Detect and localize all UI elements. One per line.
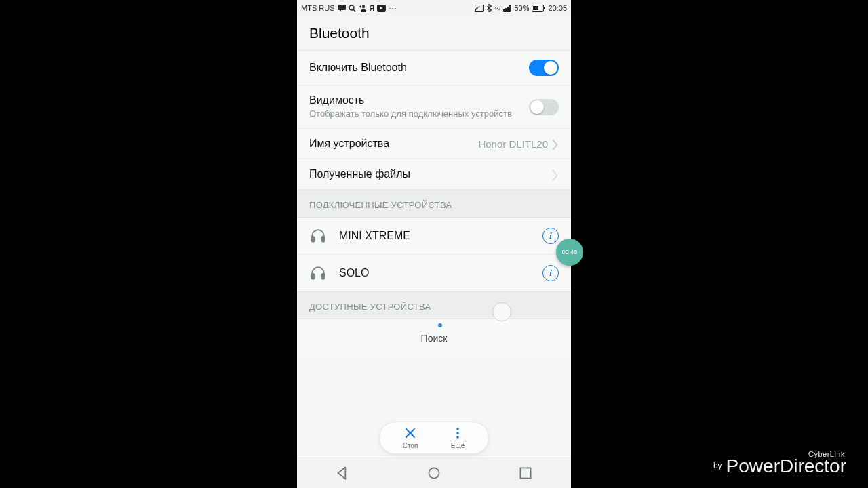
- bluetooth-icon: [486, 4, 492, 12]
- device-name: MINI XTREME: [339, 230, 542, 242]
- device-row-solo[interactable]: SOLO i: [297, 255, 571, 291]
- more-vert-icon: [451, 426, 465, 440]
- svg-rect-0: [338, 5, 346, 10]
- section-available: ДОСТУПНЫЕ УСТРОЙСТВА: [297, 291, 571, 319]
- chevron-right-icon: [552, 169, 559, 179]
- svg-point-19: [429, 468, 439, 478]
- watermark: CyberLink byPowerDirector: [713, 451, 846, 476]
- cast-icon: [475, 5, 484, 12]
- spinner-icon: [438, 323, 442, 327]
- svg-rect-14: [311, 274, 314, 279]
- searching-label: Поиск: [297, 319, 571, 357]
- page-title: Bluetooth: [297, 16, 571, 51]
- signal-icon: [503, 5, 511, 12]
- svg-point-16: [456, 428, 459, 430]
- watermark-by: by: [713, 461, 722, 470]
- carrier-label: MTS RUS: [301, 4, 335, 12]
- svg-point-18: [456, 436, 459, 439]
- status-bar: MTS RUS Я ··· 4G 50% 20:05: [297, 0, 571, 16]
- svg-rect-7: [507, 7, 509, 12]
- row-visibility[interactable]: Видимость Отображать только для подключе…: [297, 85, 571, 129]
- youtube-icon: [377, 5, 386, 12]
- visibility-sub: Отображать только для подключенных устро…: [309, 108, 529, 119]
- close-icon: [403, 426, 417, 440]
- svg-point-1: [349, 5, 354, 10]
- info-icon[interactable]: i: [542, 265, 559, 281]
- stop-button[interactable]: Стоп: [387, 426, 434, 449]
- received-files-label: Полученные файлы: [309, 168, 552, 180]
- svg-rect-4: [475, 5, 484, 11]
- search-icon: [349, 5, 356, 12]
- touch-indicator: [492, 302, 511, 321]
- recents-button[interactable]: [517, 464, 534, 482]
- svg-rect-5: [503, 9, 505, 12]
- headphones-icon: [309, 264, 327, 282]
- device-name-label: Имя устройства: [309, 138, 478, 150]
- battery-icon: [532, 5, 545, 12]
- svg-rect-13: [321, 237, 324, 242]
- section-paired: ПОДКЛЮЧЕННЫЕ УСТРОЙСТВА: [297, 190, 571, 218]
- network-4g-icon: 4G: [494, 6, 500, 11]
- row-received-files[interactable]: Полученные файлы: [297, 159, 571, 190]
- home-button[interactable]: [425, 464, 443, 482]
- svg-rect-6: [505, 8, 507, 12]
- svg-rect-10: [533, 6, 538, 10]
- row-enable-bluetooth[interactable]: Включить Bluetooth: [297, 51, 571, 85]
- enable-toggle[interactable]: [529, 60, 559, 76]
- device-name-value: Honor DLITL20: [478, 138, 548, 150]
- svg-rect-11: [544, 7, 545, 9]
- svg-point-2: [361, 5, 364, 7]
- svg-point-17: [456, 432, 459, 434]
- add-contact-icon: [359, 5, 367, 12]
- sms-icon: [338, 5, 346, 12]
- android-navbar: [297, 458, 571, 488]
- screen-record-bubble[interactable]: 00:48: [556, 239, 583, 266]
- action-pill: Стоп Ещё: [379, 422, 489, 454]
- device-name: SOLO: [339, 267, 542, 279]
- headphones-icon: [309, 227, 327, 245]
- battery-percent: 50%: [514, 4, 529, 12]
- stop-label: Стоп: [403, 442, 418, 449]
- clock: 20:05: [548, 4, 567, 12]
- back-button[interactable]: [334, 464, 351, 482]
- visibility-label: Видимость: [309, 94, 529, 106]
- more-button[interactable]: Ещё: [434, 426, 481, 449]
- row-device-name[interactable]: Имя устройства Honor DLITL20: [297, 129, 571, 159]
- svg-rect-12: [311, 237, 314, 242]
- phone-frame: MTS RUS Я ··· 4G 50% 20:05 Bluetooth Вкл…: [297, 0, 571, 488]
- enable-label: Включить Bluetooth: [309, 62, 529, 74]
- chevron-right-icon: [552, 139, 559, 148]
- svg-rect-8: [509, 5, 511, 12]
- svg-rect-15: [321, 274, 324, 279]
- yandex-icon: Я: [370, 4, 375, 12]
- device-row-mini-xtreme[interactable]: MINI XTREME i: [297, 218, 571, 255]
- svg-rect-20: [520, 468, 530, 478]
- more-notif-icon: ···: [389, 4, 397, 12]
- info-icon[interactable]: i: [542, 228, 559, 244]
- watermark-product: PowerDirector: [726, 455, 846, 476]
- more-label: Ещё: [451, 442, 465, 449]
- visibility-toggle[interactable]: [529, 99, 559, 115]
